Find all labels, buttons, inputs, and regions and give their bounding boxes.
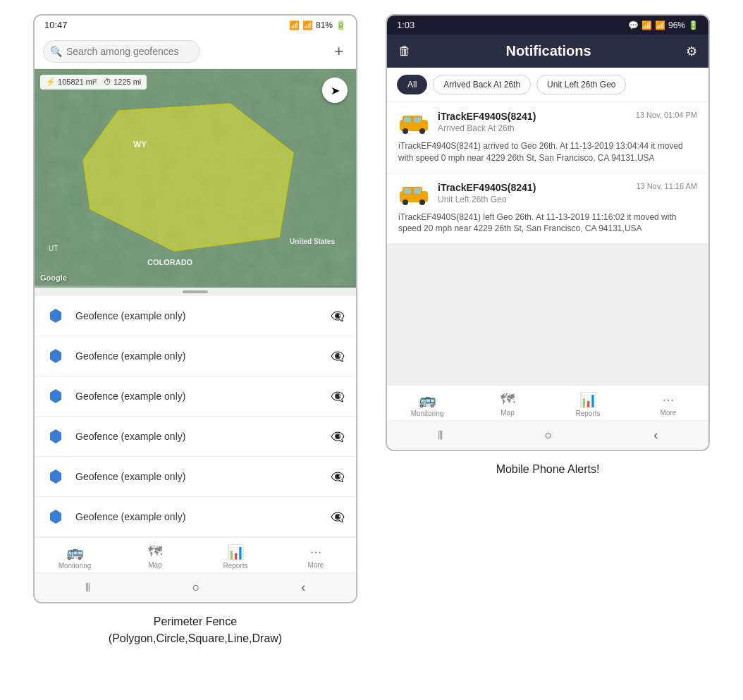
geofence-label-5: Geofence (example only) <box>75 471 321 482</box>
nav-map[interactable]: 🗺 Map <box>134 544 176 570</box>
map-label-us: United States <box>290 238 335 245</box>
add-geofence-button[interactable]: + <box>330 41 348 62</box>
left-android-nav: ⦀ ○ ‹ <box>35 572 356 602</box>
car-avatar-2 <box>398 182 429 207</box>
filter-tab-arrived[interactable]: Arrived Back At 26th <box>433 75 531 94</box>
right-nav-map[interactable]: 🗺 Map <box>486 391 529 417</box>
right-battery-label: 96% <box>668 20 685 30</box>
nav-monitoring-label: Monitoring <box>59 562 92 570</box>
left-bottom-nav: 🚌 Monitoring 🗺 Map 📊 Reports ··· More <box>35 537 356 572</box>
eye-slash-icon-1[interactable]: 👁‍🗨 <box>331 309 345 323</box>
right-monitoring-icon: 🚌 <box>419 391 436 408</box>
nav-monitoring[interactable]: 🚌 Monitoring <box>54 544 96 570</box>
android-home-btn[interactable]: ○ <box>192 580 200 595</box>
svg-marker-5 <box>50 429 61 443</box>
list-item[interactable]: Geofence (example only) 👁‍🗨 <box>35 376 356 417</box>
area-label: ⚡ 105821 mi² <box>46 78 97 87</box>
eye-slash-icon-3[interactable]: 👁‍🗨 <box>331 390 345 403</box>
right-reports-icon: 📊 <box>579 391 597 408</box>
search-input[interactable] <box>43 40 200 63</box>
scroll-dot <box>183 290 208 293</box>
list-item[interactable]: Geofence (example only) 👁‍🗨 <box>35 336 356 376</box>
svg-marker-3 <box>50 349 61 363</box>
right-nav-more-label: More <box>661 409 677 417</box>
list-item[interactable]: Geofence (example only) 👁‍🗨 <box>35 497 356 537</box>
right-android-back-btn[interactable]: ‹ <box>653 428 658 443</box>
search-bar-inner: 🔍 <box>43 40 324 63</box>
right-android-recents-btn[interactable]: ⦀ <box>438 428 443 443</box>
left-phone-frame: 10:47 📶 📶 81% 🔋 🔍 + <box>33 14 357 603</box>
filter-tabs: All Arrived Back At 26th Unit Left 26th … <box>387 68 708 102</box>
right-status-bar: 1:03 💬 📶 📶 96% 🔋 <box>387 16 708 35</box>
svg-marker-6 <box>50 469 61 484</box>
right-wifi-icon: 📶 <box>641 20 652 30</box>
filter-tab-left[interactable]: Unit Left 26th Geo <box>536 75 626 94</box>
notification-time-1: 13 Nov, 01:04 PM <box>636 111 697 119</box>
scroll-indicator <box>35 288 356 296</box>
list-item[interactable]: Geofence (example only) 👁‍🗨 <box>35 417 356 457</box>
search-bar: 🔍 + <box>35 35 356 69</box>
notification-info-1: iTrackEF4940S(8241) 13 Nov, 01:04 PM Arr… <box>438 111 697 133</box>
nav-reports[interactable]: 📊 Reports <box>214 544 257 570</box>
more-icon: ··· <box>310 544 322 560</box>
filter-tab-all[interactable]: All <box>397 75 427 94</box>
reports-icon: 📊 <box>227 544 245 560</box>
eye-slash-icon-2[interactable]: 👁‍🗨 <box>331 350 345 363</box>
eye-slash-icon-6[interactable]: 👁‍🗨 <box>331 510 345 524</box>
eye-slash-icon-5[interactable]: 👁‍🗨 <box>331 470 345 484</box>
right-signal-icon: 📶 <box>655 20 665 30</box>
nav-map-label: Map <box>148 561 161 569</box>
svg-marker-4 <box>50 389 61 403</box>
notifications-header: 🗑 Notifications ⚙ <box>387 35 708 68</box>
notifications-title: Notifications <box>418 43 679 59</box>
geofence-list: Geofence (example only) 👁‍🗨 Geofence (ex… <box>35 296 356 537</box>
nav-more[interactable]: ··· More <box>295 544 337 570</box>
notification-item-1[interactable]: iTrackEF4940S(8241) 13 Nov, 01:04 PM Arr… <box>387 102 708 173</box>
notification-item-2[interactable]: iTrackEF4940S(8241) 13 Nov, 11:16 AM Uni… <box>387 173 708 245</box>
geofence-icon-6 <box>46 507 66 527</box>
list-item[interactable]: Geofence (example only) 👁‍🗨 <box>35 457 356 497</box>
svg-rect-18 <box>404 188 411 194</box>
signal-icon: 📶 <box>302 20 313 30</box>
svg-point-16 <box>403 199 408 205</box>
svg-point-10 <box>403 128 408 134</box>
map-label-wy: WY <box>133 140 147 149</box>
eye-slash-icon-4[interactable]: 👁‍🗨 <box>331 430 345 443</box>
settings-icon[interactable]: ⚙ <box>686 44 697 59</box>
right-nav-more[interactable]: ··· More <box>647 391 689 417</box>
google-logo: Google <box>40 274 67 282</box>
svg-marker-7 <box>50 510 61 524</box>
map-icon: 🗺 <box>148 544 162 560</box>
distance-label: ⏱ 1225 mi <box>104 78 141 87</box>
right-nav-map-label: Map <box>501 409 514 417</box>
geofence-label-2: Geofence (example only) <box>75 350 321 362</box>
right-nav-reports[interactable]: 📊 Reports <box>567 391 609 417</box>
right-bottom-nav: 🚌 Monitoring 🗺 Map 📊 Reports ··· More <box>387 385 708 420</box>
geofence-icon-4 <box>46 426 66 446</box>
left-status-bar: 10:47 📶 📶 81% 🔋 <box>35 16 356 35</box>
android-recents-btn[interactable]: ⦀ <box>85 580 91 595</box>
battery-label: 81% <box>316 20 333 30</box>
svg-point-17 <box>419 199 425 205</box>
geofence-icon-1 <box>46 306 66 326</box>
svg-marker-2 <box>50 309 61 323</box>
right-nav-monitoring[interactable]: 🚌 Monitoring <box>406 391 448 417</box>
geofence-label-1: Geofence (example only) <box>75 310 321 321</box>
right-android-home-btn[interactable]: ○ <box>545 428 553 443</box>
android-back-btn[interactable]: ‹ <box>301 580 305 595</box>
compass-button[interactable]: ➤ <box>322 78 348 103</box>
list-item[interactable]: Geofence (example only) 👁‍🗨 <box>35 296 356 336</box>
map-background: ⚡ 105821 mi² ⏱ 1225 mi ➤ WY United State… <box>35 69 356 288</box>
svg-rect-12 <box>404 117 411 123</box>
left-time: 10:47 <box>44 20 68 30</box>
map-area[interactable]: ⚡ 105821 mi² ⏱ 1225 mi ➤ WY United State… <box>35 69 356 288</box>
trash-icon[interactable]: 🗑 <box>398 44 411 59</box>
svg-rect-19 <box>414 188 421 194</box>
notification-time-2: 13 Nov, 11:16 AM <box>636 182 697 190</box>
geofence-label-6: Geofence (example only) <box>75 511 321 522</box>
device-name-2: iTrackEF4940S(8241) <box>438 182 536 193</box>
map-label-ut: UT <box>49 245 58 252</box>
geofence-label-4: Geofence (example only) <box>75 431 321 442</box>
nav-more-label: More <box>308 561 324 569</box>
map-stats: ⚡ 105821 mi² ⏱ 1225 mi <box>40 75 147 90</box>
